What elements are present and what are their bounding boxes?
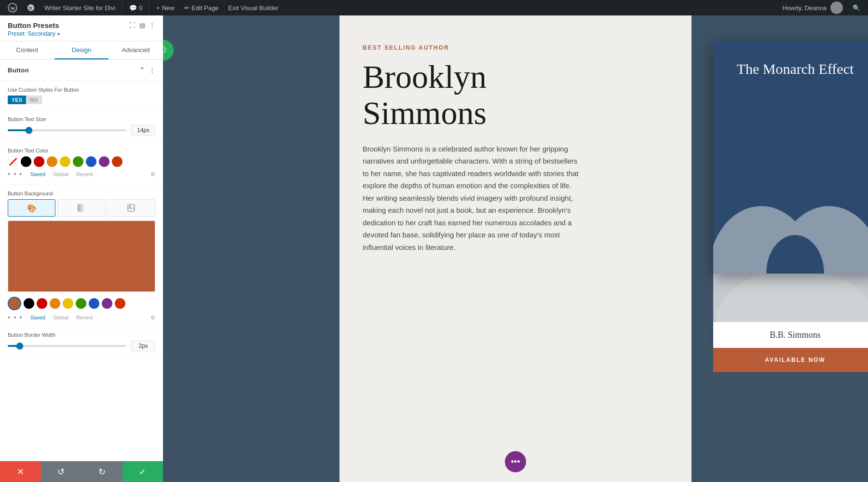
howdy-button[interactable]: Howdy, Deanna <box>778 0 847 15</box>
redo-button[interactable]: ↻ <box>81 461 122 482</box>
bg-color-saved-tab[interactable]: Saved <box>30 315 45 320</box>
border-width-value-input[interactable] <box>131 341 155 351</box>
color-swatch-blue[interactable] <box>86 156 96 167</box>
wp-logo-button[interactable]: W <box>4 0 21 15</box>
hero-section: BEST SELLING AUTHOR Brooklyn Simmons Bro… <box>339 15 692 276</box>
button-text-color-label: Button Text Color <box>8 148 155 153</box>
book-card-container: The Monarch Effect <box>713 42 868 372</box>
bg-swatch-black[interactable] <box>24 298 34 309</box>
bg-color-settings-icon[interactable]: ⚙ <box>150 315 155 321</box>
color-swatch-transparent[interactable] <box>8 156 18 167</box>
border-width-slider-thumb[interactable] <box>16 343 23 349</box>
comments-count: 0 <box>139 4 142 12</box>
panel-tabs: Content Design Advanced <box>0 41 163 60</box>
tab-design[interactable]: Design <box>54 41 109 59</box>
use-custom-styles-field: Use Custom Styles For Button YES NO <box>0 81 163 110</box>
bottom-toolbar: ✕ ↺ ↻ ✓ <box>0 461 163 482</box>
color-saved-row: • • • Saved Global Recent ⚙ <box>8 170 155 179</box>
text-size-slider-track[interactable] <box>8 129 126 131</box>
bg-swatch-blue[interactable] <box>89 298 99 309</box>
hero-body-text: Brooklyn Simmons is a celebrated author … <box>363 143 584 254</box>
text-size-value-input[interactable] <box>131 125 155 136</box>
canvas-area: ☽ BEST SELLING AUTHOR Brooklyn Simmons B… <box>163 15 868 482</box>
edit-page-button[interactable]: ✏ Edit Page <box>180 0 222 15</box>
cancel-button[interactable]: ✕ <box>0 461 41 482</box>
border-width-slider-track[interactable] <box>8 345 126 347</box>
comments-button[interactable]: 💬 0 <box>125 0 146 15</box>
plus-icon: + <box>156 4 160 12</box>
section-toggle-arrow[interactable]: ☽ <box>163 40 174 61</box>
button-text-size-field: Button Text Size <box>0 110 163 142</box>
search-button[interactable]: 🔍 <box>849 0 864 15</box>
bg-swatch-purple[interactable] <box>102 298 112 309</box>
fullscreen-icon[interactable]: ⛶ <box>129 22 136 29</box>
tab-advanced[interactable]: Advanced <box>108 41 163 59</box>
edit-page-label: Edit Page <box>191 4 218 12</box>
bg-color-recent-tab[interactable]: Recent <box>76 315 93 320</box>
bg-swatch-current[interactable] <box>8 297 21 310</box>
save-button[interactable]: ✓ <box>122 461 163 482</box>
available-now-button[interactable]: AVAILABLE NOW <box>713 348 868 372</box>
color-recent-tab[interactable]: Recent <box>76 171 93 177</box>
preset-label: Preset: Secondary <box>8 30 55 37</box>
text-size-slider-thumb[interactable] <box>26 127 32 134</box>
color-swatch-black[interactable] <box>21 156 31 167</box>
color-swatch-red[interactable] <box>34 156 44 167</box>
bg-swatch-yellow[interactable] <box>63 298 73 309</box>
bg-color-saved-row: • • • Saved Global Recent ⚙ <box>8 313 155 322</box>
site-name-button[interactable]: Writer Starter Site for Divi <box>41 0 119 15</box>
left-panel: Button Presets ⛶ ▤ ⋮ Preset: Secondary ▾… <box>0 15 163 482</box>
undo-icon: ↺ <box>57 467 65 477</box>
color-more-dots[interactable]: • • • <box>8 170 23 179</box>
hero-badge: BEST SELLING AUTHOR <box>363 44 668 51</box>
use-custom-styles-label: Use Custom Styles For Button <box>8 87 155 93</box>
section-more-icon[interactable]: ⋮ <box>149 67 155 74</box>
divi-logo-button[interactable]: D <box>23 0 39 15</box>
new-button[interactable]: + New <box>152 0 178 15</box>
avatar <box>830 1 843 14</box>
bg-type-image[interactable] <box>108 199 155 217</box>
bg-swatch-orange[interactable] <box>50 298 60 309</box>
bg-swatch-red[interactable] <box>37 298 47 309</box>
bg-type-color[interactable]: 🎨 <box>8 199 55 217</box>
color-settings-icon[interactable]: ⚙ <box>150 171 155 178</box>
bg-type-gradient[interactable] <box>57 199 105 217</box>
title-line1: Brooklyn <box>363 59 668 95</box>
preset-dropdown-icon[interactable]: ▾ <box>57 31 60 37</box>
save-icon: ✓ <box>139 467 146 477</box>
color-saved-tab[interactable]: Saved <box>30 171 45 177</box>
exit-builder-button[interactable]: Exit Visual Builder <box>224 0 283 15</box>
pencil-icon: ✏ <box>184 4 190 12</box>
color-swatch-custom[interactable] <box>112 156 122 167</box>
color-swatch-orange[interactable] <box>47 156 57 167</box>
site-name-label: Writer Starter Site for Divi <box>44 4 115 12</box>
undo-button[interactable]: ↺ <box>41 461 82 482</box>
color-swatch-yellow[interactable] <box>60 156 70 167</box>
wp-bar-right: Howdy, Deanna 🔍 <box>778 0 864 15</box>
color-swatch-green[interactable] <box>73 156 83 167</box>
bg-color-global-tab[interactable]: Global <box>53 315 68 320</box>
book-title-text: The Monarch Effect <box>713 42 868 78</box>
text-color-swatches <box>8 156 155 167</box>
color-swatch-purple[interactable] <box>99 156 109 167</box>
bg-color-more-dots[interactable]: • • • <box>8 313 23 322</box>
collapse-icon[interactable]: ⌃ <box>139 66 145 75</box>
button-text-size-slider-row <box>8 125 155 136</box>
fab-dots-button[interactable]: ••• <box>505 451 526 472</box>
more-options-icon[interactable]: ⋮ <box>149 22 155 29</box>
tab-content[interactable]: Content <box>0 41 54 59</box>
bg-swatch-green[interactable] <box>76 298 86 309</box>
panel-title: Button Presets <box>8 21 59 29</box>
color-global-tab[interactable]: Global <box>53 171 68 177</box>
bg-type-row: 🎨 <box>8 199 155 217</box>
button-background-field: Button Background 🎨 <box>0 185 163 328</box>
toggle-yes-part: YES <box>8 96 26 104</box>
page-canvas: BEST SELLING AUTHOR Brooklyn Simmons Bro… <box>339 15 692 482</box>
sidebar-icon[interactable]: ▤ <box>139 22 145 29</box>
bg-color-preview[interactable] <box>8 220 155 292</box>
bg-swatch-custom[interactable] <box>115 298 125 309</box>
panel-subtitle: Preset: Secondary ▾ <box>8 30 155 37</box>
search-icon: 🔍 <box>853 4 860 12</box>
border-width-slider-row <box>8 341 155 351</box>
custom-styles-toggle[interactable]: YES NO <box>8 96 42 104</box>
